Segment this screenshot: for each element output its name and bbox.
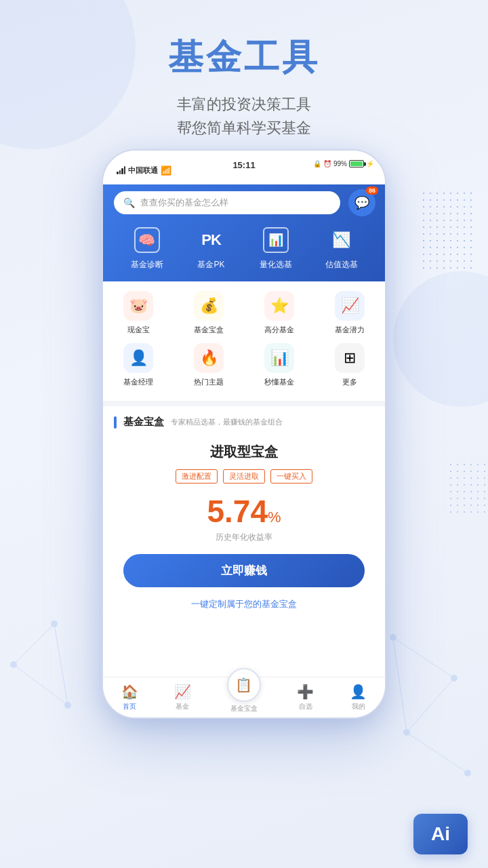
svg-line-5 [407,678,454,732]
mine-nav-icon: 👤 [350,684,367,700]
more-icon: ⊞ [335,343,365,373]
status-carrier: 中国联通 📶 [117,165,171,176]
signal-icon [117,166,125,174]
cta-button[interactable]: 立即赚钱 [123,554,365,587]
search-placeholder: 查查你买的基金怎么样 [140,197,331,209]
custom-nav-icon: ➕ [297,684,314,700]
bottom-nav: 🏠 首页 📈 基金 📋 基金宝盒 ➕ 自选 [103,677,385,717]
grid-row-2: 👤 基金经理 🔥 热门主题 📊 秒懂基金 ⊞ 更多 [103,343,385,387]
nav-item-mine[interactable]: 👤 我的 [350,684,367,711]
box-nav-icon: 📋 [235,677,252,693]
svg-line-11 [14,624,54,665]
tags-row: 激进配置 灵活进取 一键买入 [117,469,371,484]
potential-icon: 📈 [335,291,365,321]
nav-item-fund[interactable]: 📈 基金 [174,684,191,711]
grid-item-cash[interactable]: 🐷 现金宝 [111,291,165,335]
battery-icon [349,160,364,167]
svg-line-7 [393,637,407,732]
home-nav-icon: 🏠 [121,684,138,700]
svg-line-13 [54,624,68,705]
nav-item-box-center[interactable]: 📋 基金宝盒 [227,682,261,713]
chat-icon: 💬 [354,195,369,210]
menu-item-value[interactable]: 📉 估值选基 [325,225,358,271]
tag-1: 灵活进取 [223,469,265,484]
card-title: 进取型宝盒 [117,443,371,461]
menu-item-diagnosis[interactable]: 🧠 基金诊断 [131,225,163,271]
ai-badge[interactable]: Ai [413,814,468,854]
grid-item-potential[interactable]: 📈 基金潜力 [323,291,377,335]
grid-section: 🐷 现金宝 💰 基金宝盒 ⭐ 高分基金 📈 基金潜力 [103,281,385,401]
app-scroll-area: 🔍 查查你买的基金怎么样 💬 86 🧠 基金诊断 [103,184,385,717]
pk-icon: PK [201,231,221,249]
grid-item-more[interactable]: ⊞ 更多 [323,343,377,387]
rate-desc: 历史年化收益率 [117,532,371,543]
grid-item-box[interactable]: 💰 基金宝盒 [182,291,236,335]
svg-line-4 [393,637,454,678]
rate-number: 5.74% [117,494,371,529]
status-right: 🔒 ⏰ 99% ⚡ [313,160,374,167]
fund-nav-icon: 📈 [174,684,191,700]
status-bar: 中国联通 📶 15:11 🔒 ⏰ 99% ⚡ [103,151,385,184]
menu-item-quant[interactable]: 📊 量化选基 [260,225,292,271]
tag-0: 激进配置 [176,469,218,484]
quick-icon: 📊 [264,343,294,373]
grid-item-quick[interactable]: 📊 秒懂基金 [252,343,306,387]
svg-line-6 [407,732,468,773]
search-bar[interactable]: 🔍 查查你买的基金怎么样 💬 86 [114,191,340,214]
nav-item-custom[interactable]: ➕ 自选 [297,684,314,711]
chat-badge-button[interactable]: 💬 86 [348,189,375,216]
badge-count: 86 [366,186,378,195]
phone-mockup: 中国联通 📶 15:11 🔒 ⏰ 99% ⚡ [102,149,386,719]
svg-line-12 [14,665,68,705]
value-icon: 📉 [332,231,350,249]
wifi-icon: 📶 [161,165,171,176]
grid-item-hot[interactable]: 🔥 热门主题 [182,343,236,387]
section-divider [103,401,385,406]
top-menu: 🧠 基金诊断 PK 基金PK 📊 量化选基 [114,225,374,271]
grid-row-1: 🐷 现金宝 💰 基金宝盒 ⭐ 高分基金 📈 基金潜力 [103,291,385,335]
center-nav-button[interactable]: 📋 [227,668,261,702]
tag-2: 一键买入 [270,469,312,484]
high-icon: ⭐ [264,291,294,321]
menu-item-pk[interactable]: PK 基金PK [197,225,226,271]
cash-icon: 🐷 [123,291,153,321]
nav-item-home[interactable]: 🏠 首页 [121,684,138,711]
box-icon: 💰 [194,291,224,321]
manager-icon: 👤 [123,343,153,373]
section-subtitle: 专家精品选基，最赚钱的基金组合 [171,417,283,427]
hot-icon: 🔥 [194,343,224,373]
status-time: 15:11 [232,160,255,170]
card-content: 进取型宝盒 激进配置 灵活进取 一键买入 5.74% 历史年化收益率 立即赚钱 … [103,436,385,629]
search-icon: 🔍 [123,197,135,208]
diagnosis-icon: 🧠 [134,227,160,253]
grid-item-high[interactable]: ⭐ 高分基金 [252,291,306,335]
app-header: 🔍 查查你买的基金怎么样 💬 86 🧠 基金诊断 [103,184,385,281]
cta-link[interactable]: 一键定制属于您的基金宝盒 [117,598,371,610]
grid-item-manager[interactable]: 👤 基金经理 [111,343,165,387]
section-title: 基金宝盒 [123,416,164,429]
section-header: 基金宝盒 专家精品选基，最赚钱的基金组合 [103,406,385,435]
quant-icon: 📊 [263,227,289,253]
section-indicator [114,416,117,429]
